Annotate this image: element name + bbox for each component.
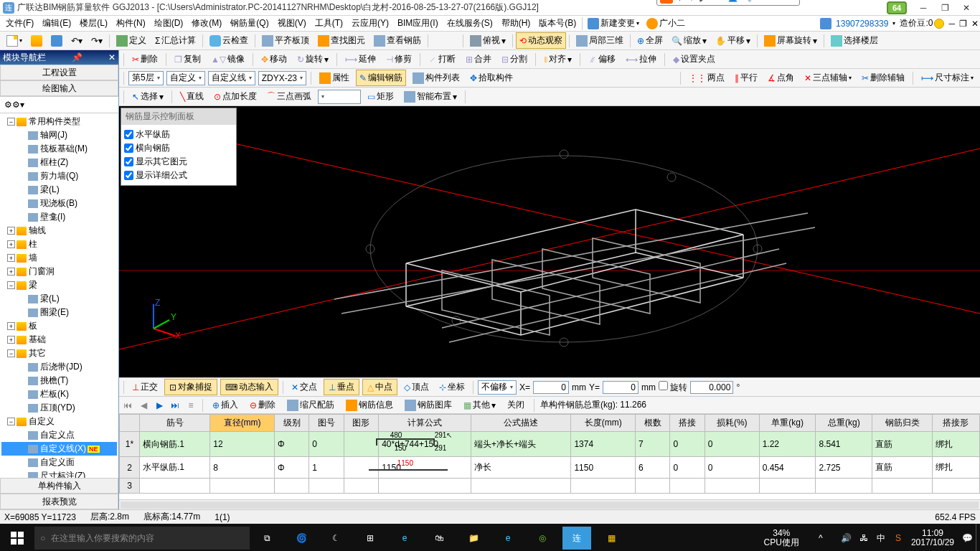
menu-编辑(E)[interactable]: 编辑(E) [38, 16, 75, 31]
col-header[interactable]: 公式描述 [471, 415, 570, 432]
cell[interactable]: 直筋 [872, 457, 933, 479]
delete-button[interactable]: ✂删除 [128, 51, 161, 67]
close-button[interactable]: ✕ [956, 1, 977, 15]
point-length-tool[interactable]: ⊙点加长度 [210, 88, 260, 105]
edit-steel-button[interactable]: ✎编辑钢筋 [356, 70, 406, 86]
cell[interactable]: 1374 [571, 432, 636, 457]
tree-常用构件类型[interactable]: −常用构件类型 [1, 115, 117, 128]
cpu-meter[interactable]: 34%CPU使用 [760, 529, 804, 547]
minimize-button[interactable]: ─ [913, 1, 934, 15]
cell[interactable]: 1150 [344, 457, 378, 479]
ime-lang[interactable]: 中 [676, 0, 684, 4]
menu-修改(M)[interactable]: 修改(M) [187, 16, 226, 31]
cell[interactable]: 8.541 [816, 432, 872, 457]
rotate-checkbox[interactable]: 旋转 [659, 381, 687, 394]
pan-button[interactable]: ✋平移▾ [712, 32, 754, 49]
taskbar-app-6[interactable]: ▦ [594, 524, 628, 551]
sidebar-project-settings[interactable]: 工程设置 [0, 65, 118, 80]
cell[interactable]: 直筋 [872, 432, 933, 457]
tree-toggle-icon[interactable]: − [7, 281, 15, 289]
offset-button[interactable]: ⫽偏移 [585, 51, 619, 67]
menu-工具(T)[interactable]: 工具(T) [311, 16, 347, 31]
notifications-icon[interactable]: 💬 [958, 524, 976, 551]
close-table-button[interactable]: 关闭 [504, 397, 528, 413]
taskbar-app-4[interactable]: ◎ [525, 524, 560, 551]
taskbar-ie[interactable]: e [491, 524, 525, 551]
ortho-toggle[interactable]: ⊥正交 [128, 379, 161, 395]
extend-button[interactable]: ⟼延伸 [341, 51, 380, 67]
taskbar-edge[interactable]: e [387, 524, 422, 551]
col-header[interactable]: 计算公式 [379, 415, 471, 432]
h-scrollbar[interactable] [121, 501, 979, 509]
sum-button[interactable]: Σ汇总计算 [151, 32, 199, 49]
3d-viewport[interactable]: 钢筋显示控制面板 水平纵筋横向钢筋显示其它图元显示详细公式 Z X Y [119, 106, 980, 377]
cell[interactable] [571, 479, 636, 494]
display-check-横向钢筋[interactable]: 横向钢筋 [124, 141, 233, 155]
display-check-显示其它图元[interactable]: 显示其它图元 [124, 155, 233, 169]
cell[interactable] [471, 479, 570, 494]
tree-尺寸标注(Z)[interactable]: 尺寸标注(Z) [1, 469, 117, 478]
move-button[interactable]: ✥移动 [258, 51, 291, 67]
rebar-table[interactable]: 筋号直径(mm)级别图号图形计算公式公式描述长度(mm)根数搭接损耗(%)单重(… [119, 414, 980, 494]
col-header[interactable]: 长度(mm) [571, 415, 636, 432]
cell[interactable]: 0 [309, 432, 344, 457]
col-header[interactable] [120, 415, 140, 432]
col-header[interactable]: 根数 [635, 415, 669, 432]
cell[interactable] [379, 479, 471, 494]
x-input[interactable] [533, 381, 569, 394]
dynamic-view-button[interactable]: ⟲动态观察 [516, 32, 566, 49]
taskbar-app-3[interactable]: ⊞ [353, 524, 387, 551]
start-button[interactable] [0, 524, 34, 551]
tree-柱[interactable]: +柱 [1, 237, 117, 251]
select-floor-button[interactable]: 选择楼层 [827, 32, 882, 49]
col-header[interactable]: 直径(mm) [210, 415, 275, 432]
col-header[interactable]: 损耗(%) [705, 415, 759, 432]
sidebar-single-input[interactable]: 单构件输入 [0, 478, 118, 494]
tree-压顶(YD)[interactable]: 压顶(YD) [1, 401, 117, 415]
cell[interactable] [872, 479, 933, 494]
user-button[interactable]: 广小二 [643, 15, 689, 32]
delete-row-button[interactable]: ⊖删除 [246, 397, 279, 413]
cell[interactable] [344, 479, 378, 494]
cell[interactable]: 净长 [471, 457, 570, 479]
cell[interactable]: 1150 [379, 457, 471, 479]
col-header[interactable]: 图号 [309, 415, 344, 432]
cell[interactable]: 0.454 [759, 457, 816, 479]
taskbar-app-1[interactable]: 🌀 [284, 524, 319, 551]
col-header[interactable]: 搭接 [670, 415, 705, 432]
tree-toggle-icon[interactable]: + [7, 254, 15, 262]
align-button[interactable]: ⫴对齐▾ [540, 51, 575, 67]
col-header[interactable]: 单重(kg) [759, 415, 816, 432]
cell[interactable]: 1* [120, 432, 140, 457]
new-button[interactable]: ▾ [3, 33, 26, 49]
vertex-snap[interactable]: ◇顶点 [400, 379, 433, 395]
cell[interactable]: 3 [120, 479, 140, 494]
local-3d-button[interactable]: 局部三维 [573, 32, 627, 49]
cell[interactable]: 480291↖150291 [344, 432, 378, 457]
two-point-button[interactable]: ⋮⋮两点 [685, 70, 728, 86]
split-button[interactable]: ⊟分割 [498, 51, 531, 67]
smart-layout-tool[interactable]: 智能布置▾ [400, 88, 461, 105]
coordinate-snap[interactable]: ⊹坐标 [435, 379, 468, 395]
other-button[interactable]: ▦其他▾ [460, 397, 499, 413]
cell[interactable]: 水平纵筋.1 [140, 457, 210, 479]
undo-button[interactable]: ↶▾ [67, 34, 86, 48]
copy-button[interactable]: ❐复制 [171, 51, 204, 67]
nav-next[interactable]: ▶ [154, 400, 165, 411]
tree-toggle-icon[interactable]: − [7, 349, 15, 357]
tree-toggle-icon[interactable]: + [7, 322, 15, 330]
tree-基础[interactable]: +基础 [1, 333, 117, 347]
pick-component-button[interactable]: ✥拾取构件 [466, 70, 517, 86]
tree-剪力墙(Q)[interactable]: 剪力墙(Q) [1, 169, 117, 183]
three-aux-button[interactable]: ✕三点辅轴▾ [801, 70, 855, 86]
cell[interactable]: 2.725 [816, 457, 872, 479]
set-grip-button[interactable]: ◆设置夹点 [669, 51, 719, 67]
custom-line-combo[interactable]: 自定义线▾ [208, 71, 255, 85]
open-button[interactable] [27, 33, 46, 49]
properties-button[interactable]: 属性 [316, 70, 353, 86]
cell[interactable]: 1150 [571, 457, 636, 479]
cell[interactable]: 7 [635, 432, 669, 457]
cell[interactable] [635, 479, 669, 494]
cell[interactable] [932, 479, 979, 494]
cloud-check-button[interactable]: 云检查 [206, 32, 252, 49]
